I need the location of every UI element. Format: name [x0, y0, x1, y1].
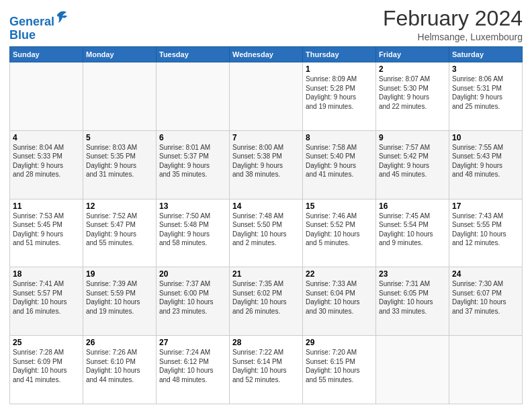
- day-number: 18: [13, 269, 80, 279]
- day-info: Sunrise: 7:57 AM Sunset: 5:42 PM Dayligh…: [379, 143, 446, 179]
- day-number: 11: [13, 201, 80, 211]
- calendar-cell: 26Sunrise: 7:26 AM Sunset: 6:10 PM Dayli…: [83, 336, 157, 404]
- day-info: Sunrise: 7:43 AM Sunset: 5:55 PM Dayligh…: [452, 212, 519, 248]
- day-number: 9: [379, 133, 446, 142]
- calendar-cell: [157, 62, 230, 131]
- calendar-cell: 20Sunrise: 7:37 AM Sunset: 6:00 PM Dayli…: [157, 267, 230, 336]
- day-number: 25: [13, 338, 80, 347]
- day-info: Sunrise: 7:46 AM Sunset: 5:52 PM Dayligh…: [306, 212, 373, 248]
- day-number: 7: [232, 133, 300, 142]
- day-number: 3: [452, 64, 519, 74]
- day-number: 4: [13, 133, 80, 142]
- calendar-cell: [376, 336, 449, 404]
- calendar-cell: 17Sunrise: 7:43 AM Sunset: 5:55 PM Dayli…: [449, 199, 523, 267]
- calendar-cell: 4Sunrise: 8:04 AM Sunset: 5:33 PM Daylig…: [10, 130, 83, 199]
- day-info: Sunrise: 8:03 AM Sunset: 5:35 PM Dayligh…: [86, 143, 153, 179]
- day-info: Sunrise: 7:33 AM Sunset: 6:04 PM Dayligh…: [306, 279, 373, 316]
- calendar-cell: 6Sunrise: 8:01 AM Sunset: 5:37 PM Daylig…: [157, 130, 230, 199]
- day-number: 29: [306, 338, 373, 347]
- weekday-header-row: SundayMondayTuesdayWednesdayThursdayFrid…: [10, 47, 523, 62]
- day-info: Sunrise: 7:26 AM Sunset: 6:10 PM Dayligh…: [86, 348, 153, 384]
- weekday-header-monday: Monday: [83, 47, 157, 62]
- day-number: 5: [86, 133, 153, 142]
- day-info: Sunrise: 8:00 AM Sunset: 5:38 PM Dayligh…: [232, 143, 300, 179]
- weekday-header-tuesday: Tuesday: [157, 47, 230, 62]
- day-number: 20: [159, 269, 226, 279]
- day-info: Sunrise: 7:37 AM Sunset: 6:00 PM Dayligh…: [159, 279, 226, 316]
- day-number: 2: [379, 64, 446, 74]
- day-number: 23: [379, 269, 446, 279]
- logo-bird-icon: [56, 9, 68, 24]
- day-number: 22: [306, 269, 373, 279]
- calendar-cell: 24Sunrise: 7:30 AM Sunset: 6:07 PM Dayli…: [449, 267, 523, 336]
- calendar-cell: 3Sunrise: 8:06 AM Sunset: 5:31 PM Daylig…: [449, 62, 523, 131]
- calendar-week-5: 25Sunrise: 7:28 AM Sunset: 6:09 PM Dayli…: [10, 336, 523, 404]
- calendar-week-2: 4Sunrise: 8:04 AM Sunset: 5:33 PM Daylig…: [10, 130, 523, 199]
- day-number: 12: [86, 201, 153, 211]
- calendar-cell: 7Sunrise: 8:00 AM Sunset: 5:38 PM Daylig…: [230, 130, 303, 199]
- day-number: 10: [452, 133, 519, 142]
- day-info: Sunrise: 8:09 AM Sunset: 5:28 PM Dayligh…: [306, 75, 373, 111]
- calendar-cell: 18Sunrise: 7:41 AM Sunset: 5:57 PM Dayli…: [10, 267, 83, 336]
- calendar-week-3: 11Sunrise: 7:53 AM Sunset: 5:45 PM Dayli…: [10, 199, 523, 267]
- calendar-page: General Blue February 2024 Helmsange, Lu…: [0, 0, 532, 411]
- day-info: Sunrise: 7:24 AM Sunset: 6:12 PM Dayligh…: [159, 348, 226, 384]
- calendar-cell: [449, 336, 523, 404]
- day-info: Sunrise: 7:20 AM Sunset: 6:15 PM Dayligh…: [306, 348, 373, 384]
- day-info: Sunrise: 7:22 AM Sunset: 6:14 PM Dayligh…: [232, 348, 300, 384]
- day-number: 26: [86, 338, 153, 347]
- title-block: February 2024 Helmsange, Luxembourg: [383, 7, 523, 42]
- day-info: Sunrise: 7:52 AM Sunset: 5:47 PM Dayligh…: [86, 212, 153, 248]
- calendar-cell: 27Sunrise: 7:24 AM Sunset: 6:12 PM Dayli…: [157, 336, 230, 404]
- day-info: Sunrise: 7:48 AM Sunset: 5:50 PM Dayligh…: [232, 212, 300, 248]
- main-title: February 2024: [383, 7, 523, 30]
- day-info: Sunrise: 7:55 AM Sunset: 5:43 PM Dayligh…: [452, 143, 519, 179]
- calendar-cell: 21Sunrise: 7:35 AM Sunset: 6:02 PM Dayli…: [230, 267, 303, 336]
- day-info: Sunrise: 8:01 AM Sunset: 5:37 PM Dayligh…: [159, 143, 226, 179]
- calendar-cell: 19Sunrise: 7:39 AM Sunset: 5:59 PM Dayli…: [83, 267, 157, 336]
- calendar-cell: 29Sunrise: 7:20 AM Sunset: 6:15 PM Dayli…: [303, 336, 376, 404]
- calendar-cell: 25Sunrise: 7:28 AM Sunset: 6:09 PM Dayli…: [10, 336, 83, 404]
- day-info: Sunrise: 7:41 AM Sunset: 5:57 PM Dayligh…: [13, 279, 80, 316]
- calendar-cell: 12Sunrise: 7:52 AM Sunset: 5:47 PM Dayli…: [83, 199, 157, 267]
- weekday-header-sunday: Sunday: [10, 47, 83, 62]
- day-info: Sunrise: 7:31 AM Sunset: 6:05 PM Dayligh…: [379, 279, 446, 316]
- subtitle: Helmsange, Luxembourg: [383, 32, 523, 42]
- calendar-week-4: 18Sunrise: 7:41 AM Sunset: 5:57 PM Dayli…: [10, 267, 523, 336]
- calendar-cell: 1Sunrise: 8:09 AM Sunset: 5:28 PM Daylig…: [303, 62, 376, 131]
- calendar-cell: 11Sunrise: 7:53 AM Sunset: 5:45 PM Dayli…: [10, 199, 83, 267]
- weekday-header-wednesday: Wednesday: [230, 47, 303, 62]
- day-info: Sunrise: 7:39 AM Sunset: 5:59 PM Dayligh…: [86, 279, 153, 316]
- day-info: Sunrise: 7:45 AM Sunset: 5:54 PM Dayligh…: [379, 212, 446, 248]
- logo-general: General: [9, 15, 54, 28]
- day-number: 13: [159, 201, 226, 211]
- calendar-cell: [10, 62, 83, 131]
- day-info: Sunrise: 8:07 AM Sunset: 5:30 PM Dayligh…: [379, 75, 446, 111]
- day-number: 1: [306, 64, 373, 74]
- calendar-table: SundayMondayTuesdayWednesdayThursdayFrid…: [9, 46, 523, 404]
- weekday-header-friday: Friday: [376, 47, 449, 62]
- day-number: 24: [452, 269, 519, 279]
- logo: General Blue: [9, 9, 68, 42]
- calendar-cell: 16Sunrise: 7:45 AM Sunset: 5:54 PM Dayli…: [376, 199, 449, 267]
- day-number: 8: [306, 133, 373, 142]
- calendar-cell: 23Sunrise: 7:31 AM Sunset: 6:05 PM Dayli…: [376, 267, 449, 336]
- logo-text: General Blue: [9, 9, 68, 42]
- day-info: Sunrise: 7:30 AM Sunset: 6:07 PM Dayligh…: [452, 279, 519, 316]
- day-number: 17: [452, 201, 519, 211]
- calendar-cell: 14Sunrise: 7:48 AM Sunset: 5:50 PM Dayli…: [230, 199, 303, 267]
- calendar-week-1: 1Sunrise: 8:09 AM Sunset: 5:28 PM Daylig…: [10, 62, 523, 131]
- calendar-cell: 13Sunrise: 7:50 AM Sunset: 5:48 PM Dayli…: [157, 199, 230, 267]
- header: General Blue February 2024 Helmsange, Lu…: [9, 7, 523, 42]
- day-info: Sunrise: 7:53 AM Sunset: 5:45 PM Dayligh…: [13, 212, 80, 248]
- calendar-cell: 10Sunrise: 7:55 AM Sunset: 5:43 PM Dayli…: [449, 130, 523, 199]
- day-info: Sunrise: 7:35 AM Sunset: 6:02 PM Dayligh…: [232, 279, 300, 316]
- weekday-header-saturday: Saturday: [449, 47, 523, 62]
- day-number: 16: [379, 201, 446, 211]
- day-number: 28: [232, 338, 300, 347]
- calendar-cell: 5Sunrise: 8:03 AM Sunset: 5:35 PM Daylig…: [83, 130, 157, 199]
- day-info: Sunrise: 8:06 AM Sunset: 5:31 PM Dayligh…: [452, 75, 519, 111]
- calendar-cell: 2Sunrise: 8:07 AM Sunset: 5:30 PM Daylig…: [376, 62, 449, 131]
- day-number: 19: [86, 269, 153, 279]
- day-info: Sunrise: 7:28 AM Sunset: 6:09 PM Dayligh…: [13, 348, 80, 384]
